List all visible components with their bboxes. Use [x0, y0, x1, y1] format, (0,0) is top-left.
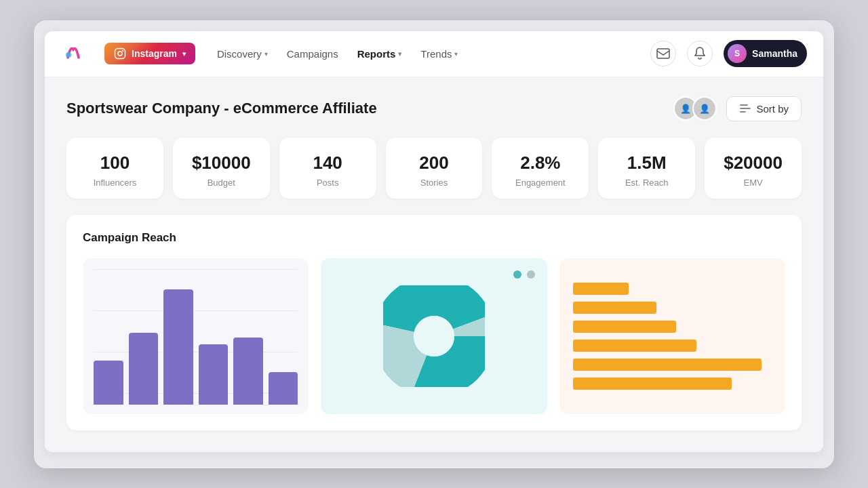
hbar-row [573, 340, 772, 352]
bar [269, 372, 298, 405]
nav-links: Discovery ▾ Campaigns Reports ▾ Trends ▾ [217, 48, 637, 60]
hbar-chart-container [559, 258, 785, 414]
notification-button[interactable] [687, 41, 713, 66]
main-content: Sportswear Company - eCommerce Affiliate… [45, 77, 823, 452]
sort-icon [739, 103, 751, 114]
navbar: Instagram ▾ Discovery ▾ Campaigns Report… [45, 31, 823, 77]
nav-trends[interactable]: Trends ▾ [420, 48, 458, 60]
hbar [573, 283, 629, 295]
trends-chevron-icon: ▾ [454, 50, 458, 58]
svg-rect-5 [657, 49, 669, 58]
stat-value-reach: 1.5M [627, 152, 667, 174]
pie-dot-1 [513, 270, 521, 279]
bar-chart [83, 258, 309, 414]
user-menu-button[interactable]: S Samantha [724, 40, 807, 67]
hbar-row [573, 378, 772, 390]
stat-value-engagement: 2.8% [520, 152, 560, 174]
hbar-row [573, 321, 772, 333]
hbar [573, 359, 762, 371]
hbar [573, 378, 732, 390]
stat-value-stories: 200 [419, 152, 448, 174]
charts-row [83, 258, 785, 414]
svg-point-1 [66, 52, 71, 58]
nav-discovery[interactable]: Discovery ▾ [217, 48, 268, 60]
svg-point-0 [61, 40, 85, 64]
svg-point-11 [414, 316, 454, 357]
stat-value-posts: 140 [313, 152, 342, 174]
stat-label-stories: Stories [420, 178, 448, 188]
discovery-chevron-icon: ▾ [264, 50, 268, 58]
stat-value-budget: $10000 [192, 152, 251, 174]
stat-label-reach: Est. Reach [625, 178, 669, 188]
sort-button[interactable]: Sort by [726, 96, 802, 121]
page-title: Sportswear Company - eCommerce Affiliate [66, 100, 377, 117]
pie-chart [321, 258, 547, 414]
svg-rect-2 [115, 49, 125, 59]
bar [94, 361, 123, 405]
bar [199, 344, 229, 404]
user-name: Samantha [752, 48, 797, 59]
hbar-row [573, 283, 772, 295]
nav-actions: S Samantha [650, 40, 807, 67]
pie-legend [513, 270, 535, 279]
stat-card-reach: 1.5M Est. Reach [598, 138, 695, 199]
mail-button[interactable] [650, 41, 676, 66]
bar [163, 289, 193, 405]
hbar-row [573, 302, 772, 314]
chart-line [94, 269, 298, 270]
bar [233, 338, 263, 405]
stat-value-influencers: 100 [100, 152, 130, 174]
svg-point-4 [122, 50, 123, 52]
stat-label-engagement: Engagement [515, 178, 566, 188]
stat-card-budget: $10000 Budget [173, 138, 270, 199]
bar [129, 333, 159, 404]
user-avatar: S [728, 44, 747, 63]
pie-chart-container [321, 258, 547, 414]
page-header: Sportswear Company - eCommerce Affiliate… [66, 96, 802, 121]
hbar [573, 340, 696, 352]
instagram-platform-button[interactable]: Instagram ▾ [104, 43, 195, 64]
app-window: Instagram ▾ Discovery ▾ Campaigns Report… [45, 31, 823, 452]
bars-wrapper [94, 289, 298, 405]
page-header-right: 👤 👤 Sort by [673, 96, 802, 121]
hbar [573, 302, 656, 314]
nav-reports[interactable]: Reports ▾ [357, 48, 402, 60]
hbar [573, 321, 677, 333]
campaign-reach-card: Campaign Reach [66, 215, 802, 430]
hbar-row [573, 359, 772, 371]
nav-campaigns[interactable]: Campaigns [287, 48, 338, 60]
stat-label-posts: Posts [317, 178, 339, 188]
logo [61, 40, 91, 67]
stat-label-budget: Budget [208, 178, 235, 188]
sort-label: Sort by [756, 103, 789, 115]
stat-label-emv: EMV [743, 178, 762, 188]
hbar-chart [559, 258, 785, 414]
svg-point-3 [118, 52, 122, 56]
stat-card-influencers: 100 Influencers [66, 138, 163, 199]
avatar-group: 👤 👤 [673, 96, 717, 121]
avatar-2: 👤 [692, 96, 717, 121]
reports-chevron-icon: ▾ [398, 50, 401, 58]
pie-dot-2 [527, 270, 535, 279]
stat-card-emv: $20000 EMV [705, 138, 802, 199]
bar-chart-container [83, 258, 309, 414]
stat-card-posts: 140 Posts [279, 138, 376, 199]
instagram-chevron-icon: ▾ [182, 50, 186, 58]
device-frame: Instagram ▾ Discovery ▾ Campaigns Report… [34, 20, 834, 468]
campaign-reach-title: Campaign Reach [83, 231, 785, 245]
stat-value-emv: $20000 [724, 152, 783, 174]
stat-label-influencers: Influencers [94, 178, 137, 188]
pie-svg [383, 285, 485, 387]
stat-cards: 100 Influencers $10000 Budget 140 Posts … [66, 138, 802, 199]
stat-card-engagement: 2.8% Engagement [492, 138, 589, 199]
instagram-label: Instagram [132, 48, 177, 59]
stat-card-stories: 200 Stories [386, 138, 483, 199]
